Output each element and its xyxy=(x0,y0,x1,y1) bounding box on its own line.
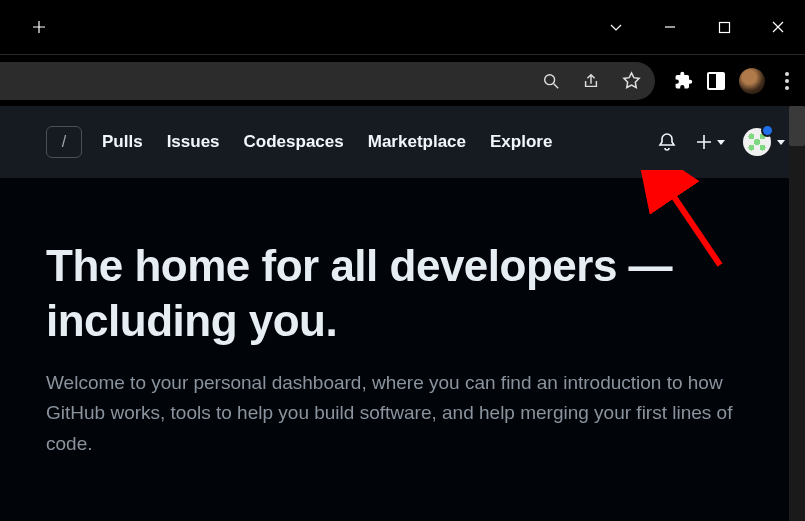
minimize-button[interactable] xyxy=(643,7,697,47)
scrollbar-track[interactable] xyxy=(789,106,805,521)
browser-menu-icon[interactable] xyxy=(785,72,789,90)
browser-toolbar xyxy=(0,54,805,106)
maximize-button[interactable] xyxy=(697,7,751,47)
address-bar[interactable] xyxy=(0,62,655,100)
search-shortcut-label: / xyxy=(62,133,66,151)
nav-codespaces[interactable]: Codespaces xyxy=(244,132,344,152)
new-tab-button[interactable] xyxy=(12,7,66,47)
create-new-dropdown[interactable] xyxy=(695,133,725,151)
nav-pulls[interactable]: Pulls xyxy=(102,132,143,152)
svg-rect-0 xyxy=(719,22,729,32)
side-panel-icon[interactable] xyxy=(707,72,725,90)
svg-point-1 xyxy=(545,74,555,84)
nav-issues[interactable]: Issues xyxy=(167,132,220,152)
share-icon[interactable] xyxy=(581,71,601,91)
dashboard-main: The home for all developers — including … xyxy=(0,178,805,521)
tabs-chevron-icon[interactable] xyxy=(589,7,643,47)
github-nav: Pulls Issues Codespaces Marketplace Expl… xyxy=(102,132,552,152)
github-header: / Pulls Issues Codespaces Marketplace Ex… xyxy=(0,106,805,178)
hero-title: The home for all developers — including … xyxy=(46,238,759,348)
notification-badge xyxy=(761,124,774,137)
window-titlebar xyxy=(0,0,805,54)
notifications-bell-icon[interactable] xyxy=(657,132,677,152)
scrollbar-thumb[interactable] xyxy=(789,106,805,146)
hero-subtitle: Welcome to your personal dashboard, wher… xyxy=(46,368,759,459)
nav-explore[interactable]: Explore xyxy=(490,132,552,152)
extensions-icon[interactable] xyxy=(673,71,693,91)
search-icon[interactable] xyxy=(541,71,561,91)
search-shortcut-badge[interactable]: / xyxy=(46,126,82,158)
browser-profile-avatar[interactable] xyxy=(739,68,765,94)
close-button[interactable] xyxy=(751,7,805,47)
nav-marketplace[interactable]: Marketplace xyxy=(368,132,466,152)
bookmark-star-icon[interactable] xyxy=(621,71,641,91)
chevron-down-icon xyxy=(717,140,725,145)
chevron-down-icon xyxy=(777,140,785,145)
user-menu[interactable] xyxy=(743,128,785,156)
